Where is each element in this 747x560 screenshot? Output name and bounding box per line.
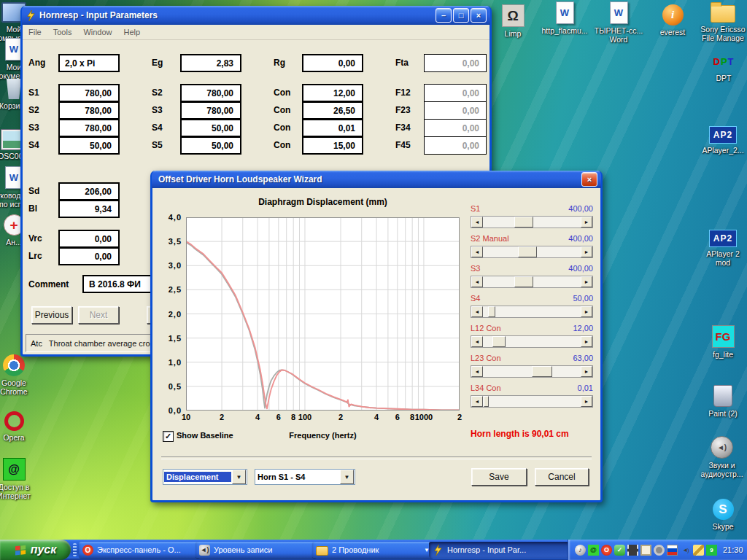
- slider-s4[interactable]: ◄ ►: [471, 306, 593, 318]
- chart-type-dropdown[interactable]: Displacement ▼: [163, 469, 247, 485]
- slider-right-arrow[interactable]: ►: [581, 336, 592, 347]
- previous-button[interactable]: Previous: [31, 306, 72, 324]
- field-vrc[interactable]: 0,00: [58, 230, 120, 248]
- desktop-icon-aplayer2-mod[interactable]: AP2 APlayer 2 mod: [699, 226, 747, 268]
- next-button[interactable]: Next: [78, 306, 119, 324]
- update-tray-icon[interactable]: [654, 545, 665, 556]
- field-s3b[interactable]: 780,00: [180, 101, 241, 120]
- field-eg[interactable]: 2,83: [180, 54, 241, 72]
- field-con45[interactable]: 15,00: [302, 136, 363, 155]
- slider-thumb[interactable]: [492, 336, 506, 347]
- desktop-icon-aplayer2[interactable]: AP2 APlayer_2...: [699, 122, 747, 155]
- field-ang[interactable]: 2,0 x Pi: [58, 54, 120, 72]
- desktop-icon-everest[interactable]: i everest: [646, 4, 699, 36]
- slider-right-arrow[interactable]: ►: [581, 246, 592, 257]
- desktop-icon-http-flacmu[interactable]: W http_flacmu...: [538, 1, 591, 35]
- media-tray-icon[interactable]: ♪: [575, 545, 586, 556]
- slider-left-arrow[interactable]: ◄: [471, 336, 483, 347]
- slider-thumb[interactable]: [484, 396, 489, 407]
- field-sd[interactable]: 206,00: [58, 182, 120, 201]
- opera-tray-icon[interactable]: O: [601, 545, 612, 556]
- chevron-down-icon[interactable]: ▼: [340, 470, 354, 484]
- field-s4[interactable]: 50,00: [58, 136, 120, 155]
- taskbar-clock[interactable]: 21:30: [723, 545, 743, 554]
- field-lrc[interactable]: 0,00: [58, 247, 120, 265]
- chevron-down-icon[interactable]: ▼: [232, 470, 246, 484]
- tweak-tray-icon[interactable]: [693, 545, 704, 556]
- volume-tray-icon[interactable]: ◄): [680, 545, 691, 556]
- slider-left-arrow[interactable]: ◄: [471, 306, 483, 317]
- field-s4b[interactable]: 50,00: [180, 119, 241, 137]
- slider-thumb[interactable]: [488, 306, 495, 317]
- field-s1[interactable]: 780,00: [58, 84, 120, 102]
- slider-s3[interactable]: ◄ ►: [471, 276, 593, 288]
- slider-thumb[interactable]: [532, 366, 552, 377]
- desktop-icon-internet-access[interactable]: @ Доступ в Интернет: [0, 458, 39, 501]
- task-explorer-group[interactable]: 2 Проводник ▼: [312, 542, 433, 558]
- slider-s2[interactable]: ◄ ►: [471, 246, 593, 258]
- horn-section-dropdown[interactable]: Horn S1 - S4 ▼: [255, 469, 355, 485]
- app-tray-icon[interactable]: [640, 545, 651, 556]
- language-indicator-icon[interactable]: [667, 545, 678, 556]
- menu-window[interactable]: Window: [83, 28, 112, 36]
- task-record-level[interactable]: ◄) Уровень записи: [196, 542, 317, 558]
- slider-s1[interactable]: ◄ ►: [471, 216, 593, 228]
- desktop-icon-limp[interactable]: Ω Limp: [487, 4, 538, 38]
- menu-tools[interactable]: Tools: [53, 28, 72, 36]
- slider-thumb[interactable]: [514, 217, 533, 228]
- desktop-icon-dpt[interactable]: DPT DPT: [702, 51, 746, 82]
- cancel-button[interactable]: Cancel: [535, 468, 589, 486]
- menu-file[interactable]: File: [28, 28, 42, 36]
- wizard-close-button[interactable]: ×: [581, 172, 597, 187]
- slider-l34[interactable]: ◄ ►: [471, 395, 593, 408]
- desktop-icon-sony-ericsson[interactable]: Sony Ericsso File Manage: [699, 0, 747, 43]
- slider-right-arrow[interactable]: ►: [581, 396, 592, 407]
- menu-help[interactable]: Help: [124, 28, 141, 36]
- close-button[interactable]: ×: [471, 8, 487, 23]
- desktop-icon-sounds[interactable]: ◄) Звуки и аудиоустр...: [697, 436, 747, 479]
- slider-right-arrow[interactable]: ►: [581, 217, 592, 228]
- desktop-icon-opera[interactable]: Opera: [0, 411, 39, 442]
- wizard-title-bar[interactable]: Offset Driver Horn Loudspeaker Wizard ×: [152, 171, 601, 188]
- field-con12[interactable]: 12,00: [302, 84, 363, 102]
- slider-left-arrow[interactable]: ◄: [471, 246, 483, 257]
- minimize-button[interactable]: –: [436, 8, 452, 23]
- codec-tray-icon[interactable]: [627, 545, 638, 556]
- field-con23[interactable]: 26,50: [302, 101, 363, 120]
- task-express-panel[interactable]: O Экспресс-панель - O...: [79, 542, 200, 558]
- desktop-icon-skype[interactable]: S Skype: [699, 499, 747, 531]
- desktop-icon-google-chrome[interactable]: Google Chrome: [0, 354, 39, 397]
- maximize-button[interactable]: □: [453, 8, 469, 23]
- quick-launch-handle[interactable]: [73, 543, 77, 556]
- field-rg[interactable]: 0,00: [302, 54, 363, 72]
- field-s2b[interactable]: 780,00: [180, 84, 241, 102]
- slider-l23[interactable]: ◄ ►: [471, 365, 593, 378]
- slider-right-arrow[interactable]: ►: [581, 366, 592, 377]
- meter-tray-icon[interactable]: 9: [706, 545, 717, 556]
- internet-tray-icon[interactable]: @: [588, 545, 599, 556]
- show-baseline-checkbox[interactable]: ✓: [163, 431, 174, 442]
- title-bar[interactable]: Hornresp - Input Parameters – □ ×: [22, 6, 490, 25]
- desktop-icon-paint[interactable]: Paint (2): [699, 385, 747, 418]
- slider-right-arrow[interactable]: ►: [581, 306, 592, 317]
- slider-left-arrow[interactable]: ◄: [471, 396, 483, 407]
- save-button[interactable]: Save: [471, 468, 527, 486]
- antivirus-tray-icon[interactable]: ✓: [614, 545, 625, 556]
- slider-l12[interactable]: ◄ ►: [471, 335, 593, 348]
- task-hornresp[interactable]: Hornresp - Input Par...: [429, 542, 569, 558]
- slider-thumb[interactable]: [518, 246, 537, 257]
- desktop-icon-tyrnet-word[interactable]: W ТЫРНЕТ-сс... Word: [592, 1, 645, 44]
- field-con34[interactable]: 0,01: [302, 119, 363, 137]
- start-button[interactable]: пуск: [0, 540, 71, 560]
- field-s2[interactable]: 780,00: [58, 101, 120, 120]
- field-s3[interactable]: 780,00: [58, 119, 120, 137]
- slider-left-arrow[interactable]: ◄: [471, 366, 483, 377]
- slider-thumb[interactable]: [514, 276, 533, 287]
- desktop-icon-fg-lite[interactable]: FG fg_lite: [699, 325, 747, 359]
- field-bl[interactable]: 9,34: [58, 200, 120, 218]
- field-s5[interactable]: 50,00: [180, 136, 241, 155]
- slider-right-arrow[interactable]: ►: [581, 276, 592, 287]
- slider-left-arrow[interactable]: ◄: [471, 276, 483, 287]
- x-axis-tick-label: 100: [298, 413, 311, 421]
- slider-left-arrow[interactable]: ◄: [471, 217, 483, 228]
